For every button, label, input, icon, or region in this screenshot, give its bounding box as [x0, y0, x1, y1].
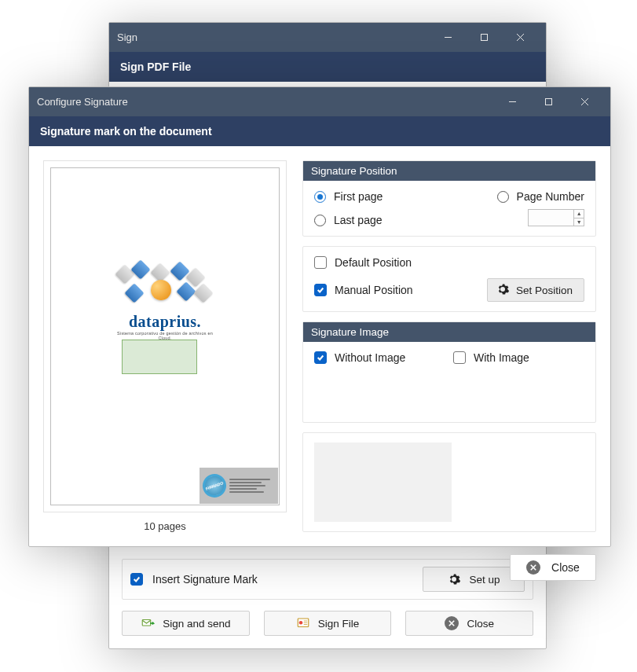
conf-close-window-button[interactable] [566, 87, 602, 116]
radio-last-page[interactable]: Last page [314, 214, 489, 226]
svg-rect-4 [142, 620, 151, 626]
gear-icon [496, 282, 510, 299]
checkbox-icon [314, 351, 327, 364]
without-image-label: Without Image [335, 351, 405, 364]
image-preview-group [302, 432, 596, 532]
logo-text: dataprius. [110, 313, 220, 331]
radio-icon [314, 215, 326, 226]
signature-mark-placeholder[interactable] [122, 340, 197, 374]
checkbox-icon [314, 256, 327, 269]
radio-icon [314, 191, 326, 203]
maximize-button[interactable] [466, 23, 502, 52]
close-window-button[interactable] [502, 23, 538, 52]
manual-position-label: Manual Position [335, 284, 413, 296]
checkbox-icon [314, 284, 327, 296]
minimize-button[interactable] [430, 23, 466, 52]
spinner-down[interactable]: ▼ [574, 218, 584, 226]
stamp-seal-icon: FIRMADO [200, 471, 229, 501]
logo: dataprius. Sistema corporativo de gestió… [110, 263, 220, 340]
signature-position-header: Signature Position [303, 161, 595, 181]
spinner-up[interactable]: ▲ [574, 210, 584, 218]
send-icon [141, 616, 155, 630]
with-image-label: With Image [474, 351, 529, 364]
set-position-button[interactable]: Set Position [487, 278, 584, 302]
default-position-label: Default Position [335, 256, 412, 269]
radio-last-page-label: Last page [334, 214, 383, 226]
sign-subheader: Sign PDF File [109, 52, 546, 82]
sign-and-send-label: Sign and send [163, 618, 230, 630]
sign-close-label: Close [467, 618, 494, 630]
radio-page-number-label: Page Number [517, 190, 584, 203]
checkbox-without-image[interactable]: Without Image [314, 351, 445, 364]
position-mode-group: Default Position Manual Position [302, 246, 596, 312]
sign-close-button[interactable]: Close [405, 611, 533, 636]
checkbox-icon [453, 351, 466, 364]
conf-close-button[interactable]: Close [510, 554, 596, 581]
preview-pages-label: 10 pages [43, 512, 287, 532]
svg-rect-1 [481, 35, 487, 41]
configure-signature-window: Configure Signature Signature mark on th… [28, 86, 611, 547]
signature-image-group: Signature Image Without Image [302, 321, 596, 423]
checkbox-with-image[interactable]: With Image [453, 351, 584, 364]
radio-first-page-label: First page [334, 190, 383, 203]
conf-close-label: Close [551, 561, 580, 574]
sign-titlebar[interactable]: Sign [109, 23, 546, 52]
preview-pane: dataprius. Sistema corporativo de gestió… [43, 160, 287, 532]
signature-position-group: Signature Position First page Last p [302, 160, 596, 237]
conf-maximize-button[interactable] [530, 87, 566, 116]
conf-minimize-button[interactable] [494, 87, 530, 116]
certificate-icon [296, 616, 310, 630]
signature-image-placeholder [314, 442, 452, 522]
sign-window-title: Sign [117, 31, 137, 43]
signature-image-header: Signature Image [303, 322, 595, 342]
sign-and-send-button[interactable]: Sign and send [122, 611, 250, 636]
conf-window-title: Configure Signature [37, 96, 128, 108]
preview-page[interactable]: dataprius. Sistema corporativo de gestió… [50, 167, 280, 505]
conf-subheader: Signature mark on the document [29, 116, 610, 146]
sign-file-button[interactable]: Sign File [264, 611, 392, 636]
conf-titlebar[interactable]: Configure Signature [29, 87, 610, 116]
close-icon [445, 616, 459, 630]
signature-stamp: FIRMADO [200, 468, 278, 504]
page-number-input[interactable]: ▲ ▼ [528, 209, 584, 226]
checkbox-default-position[interactable]: Default Position [314, 256, 584, 269]
radio-page-number[interactable]: Page Number [497, 190, 584, 203]
svg-rect-13 [545, 99, 551, 105]
checkbox-manual-position[interactable]: Manual Position [314, 284, 479, 296]
close-icon [526, 560, 540, 575]
radio-icon [497, 191, 509, 203]
page-number-field[interactable] [529, 210, 573, 226]
sign-file-label: Sign File [318, 618, 360, 630]
radio-first-page[interactable]: First page [314, 190, 489, 203]
set-position-label: Set Position [516, 285, 573, 296]
sign-action-row: Sign and send Sign File Close [122, 611, 533, 636]
svg-point-6 [298, 621, 302, 625]
